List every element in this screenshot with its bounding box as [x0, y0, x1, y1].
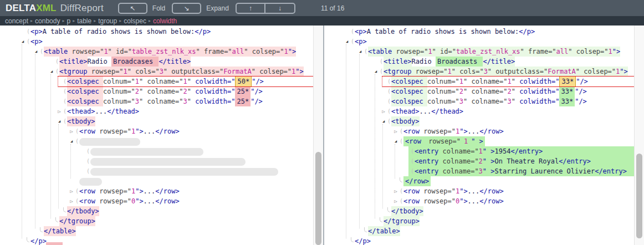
fold-handle[interactable]: (	[40, 47, 44, 57]
code-line: (<title>Radio Broadcasts </title>	[324, 57, 634, 67]
fold-handle[interactable]: (	[364, 47, 368, 57]
code-token: </title>	[159, 57, 191, 67]
diff-content: (<p>A table of radio shows is shown belo…	[0, 25, 644, 245]
breadcrumb-item[interactable]: conbody	[35, 17, 60, 25]
fold-handle[interactable]: (	[63, 116, 67, 126]
collapse-toggle-icon[interactable]: ◢	[392, 136, 400, 146]
right-scrollbar-thumb[interactable]	[636, 154, 642, 238]
breadcrumb-item[interactable]: p	[67, 17, 70, 25]
fold-handle[interactable]: (	[387, 76, 391, 86]
fold-handle[interactable]: (	[86, 146, 90, 156]
collapse-toggle-icon[interactable]: ◢	[19, 37, 27, 47]
fold-handle[interactable]: (	[380, 67, 384, 76]
next-diff-button[interactable]: ↓	[265, 4, 294, 13]
fold-handle[interactable]: (	[63, 106, 67, 116]
fold-handle[interactable]: (	[55, 67, 59, 76]
expand-toggle-icon[interactable]: ▷	[392, 126, 400, 136]
expand-toggle-icon[interactable]: ▷	[392, 186, 400, 196]
fold-handle[interactable]: (	[351, 37, 355, 47]
breadcrumb-item[interactable]: colspec	[124, 17, 146, 25]
fold-handle[interactable]: (	[400, 136, 403, 146]
code-token: 2	[459, 86, 463, 96]
code-token: Broadcasts	[436, 57, 483, 67]
fold-handle[interactable]: (	[387, 86, 391, 96]
fold-handle[interactable]: (	[411, 166, 415, 176]
code-token: colnum="	[427, 96, 459, 106]
fold-handle[interactable]: (	[86, 166, 90, 176]
code-token: colnum="	[103, 96, 135, 106]
right-source-panel[interactable]: (<p>A table of radio shows is shown belo…	[324, 25, 644, 245]
fold-handle[interactable]: (	[63, 76, 67, 86]
expand-toggle-icon[interactable]: ▷	[392, 196, 400, 206]
fold-label: Fold	[152, 4, 165, 12]
fold-handle[interactable]: (	[387, 116, 391, 126]
hidden-content-placeholder	[90, 168, 278, 176]
collapse-toggle-icon[interactable]: ◢	[380, 116, 387, 126]
expand-toggle-icon[interactable]: ▷	[68, 196, 75, 206]
breadcrumb-separator-icon: ▸	[149, 18, 151, 23]
code-token: colnum="	[427, 86, 459, 96]
code-token: ">	[620, 67, 627, 76]
fold-handle[interactable]: (	[75, 196, 79, 206]
fold-handle[interactable]: (	[411, 156, 415, 166]
left-source-panel[interactable]: (<p>A table of radio shows is shown belo…	[0, 25, 323, 245]
collapse-toggle-icon[interactable]: ◢	[48, 67, 55, 76]
fold-handle[interactable]: (	[411, 146, 415, 156]
fold-handle[interactable]: (	[55, 57, 59, 67]
fold-handle[interactable]: (	[400, 126, 403, 136]
left-scrollbar-track[interactable]	[313, 25, 323, 245]
code-token: </tgroup>	[384, 216, 420, 226]
fold-handle[interactable]: (	[75, 126, 79, 136]
collapse-toggle-icon[interactable]: ◢	[68, 136, 75, 146]
code-line: (<p>A table of radio shows is shown belo…	[0, 27, 313, 37]
previous-diff-button[interactable]: ↑	[237, 4, 265, 13]
fold-button[interactable]: ↖	[118, 3, 147, 14]
code-token: 50*	[235, 76, 252, 87]
expand-toggle-icon[interactable]: ▷	[68, 126, 75, 136]
code-token: colnum="	[103, 76, 135, 86]
code-token: </p>	[30, 236, 47, 245]
collapse-toggle-icon[interactable]: ◢	[32, 47, 40, 57]
close-tag-connector	[387, 207, 390, 212]
fold-handle[interactable]: (	[387, 96, 391, 106]
left-scrollbar-thumb[interactable]	[315, 152, 321, 245]
fold-handle[interactable]: (	[380, 57, 384, 67]
fold-handle[interactable]: (	[351, 27, 355, 37]
fold-handle[interactable]: (	[63, 86, 67, 96]
collapse-toggle-icon[interactable]: ◢	[356, 47, 364, 57]
breadcrumb-item[interactable]: table	[77, 17, 91, 25]
code-token: rowsep="	[423, 196, 456, 206]
fold-handle[interactable]: (	[27, 37, 30, 47]
indent-spacer	[0, 62, 48, 62]
code-token: <colspec	[391, 96, 427, 106]
breadcrumb-item[interactable]: tgroup	[98, 17, 117, 25]
fold-handle[interactable]: (	[63, 96, 67, 106]
collapse-toggle-icon[interactable]: ◢	[372, 67, 380, 76]
code-token: 3	[160, 67, 163, 76]
collapse-toggle-icon[interactable]: ◢	[55, 116, 63, 126]
code-line: (<colspec colnum="2" colname="2" colwidt…	[324, 86, 634, 96]
code-token: " >	[483, 146, 495, 156]
fold-handle[interactable]: (	[400, 196, 403, 206]
fold-handle[interactable]: (	[86, 156, 90, 166]
code-token: " colname="	[139, 76, 183, 86]
fold-handle[interactable]: (	[75, 136, 79, 146]
code-token: <thead>	[391, 106, 420, 116]
expand-toggle-icon[interactable]: ▷	[55, 106, 63, 116]
expand-toggle-icon[interactable]: ▷	[68, 186, 75, 196]
expand-toggle-icon[interactable]: ▷	[380, 106, 387, 116]
code-token: </row>	[155, 196, 179, 206]
code-token: </tbody>	[67, 206, 99, 216]
fold-handle[interactable]: (	[75, 186, 79, 196]
fold-handle[interactable]: (	[400, 186, 403, 196]
right-scrollbar-track[interactable]	[634, 25, 644, 245]
fold-handle[interactable]: (	[27, 27, 30, 37]
code-token: <row	[79, 126, 99, 136]
expand-button[interactable]: ↘	[172, 3, 201, 14]
code-token: A table of radio shows is shown below:	[43, 27, 195, 37]
fold-handle[interactable]: (	[387, 106, 391, 116]
collapse-toggle-icon[interactable]: ◢	[343, 37, 351, 47]
code-token: "/>	[575, 86, 587, 96]
indent-spacer	[0, 221, 48, 222]
breadcrumb-item[interactable]: concept	[5, 17, 28, 25]
